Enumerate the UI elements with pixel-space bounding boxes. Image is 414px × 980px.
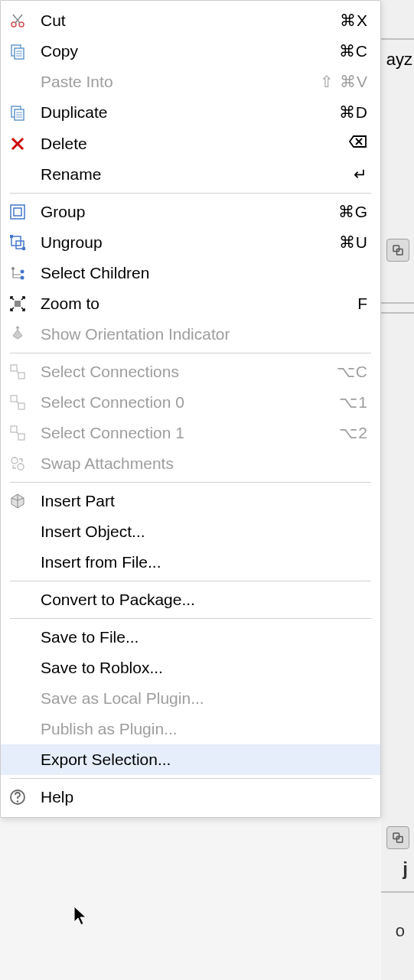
menu-label: Ungroup (37, 233, 339, 252)
menu-label: Delete (37, 135, 348, 153)
svg-rect-26 (10, 235, 13, 238)
menu-separator (10, 482, 371, 483)
svg-rect-22 (11, 205, 24, 219)
svg-line-40 (17, 432, 18, 434)
part-icon (8, 492, 37, 510)
connection-1-icon (8, 424, 37, 442)
menu-separator (10, 778, 371, 779)
menu-shortcut: F (357, 295, 368, 313)
menu-item-duplicate[interactable]: Duplicate ⌘D (1, 97, 380, 128)
svg-rect-33 (18, 373, 24, 379)
menu-label: Show Orientation Indicator (37, 325, 368, 343)
menu-label: Cut (37, 11, 340, 30)
menu-item-delete[interactable]: Delete (1, 128, 380, 159)
menu-label: Paste Into (37, 73, 320, 91)
menu-label: Copy (37, 42, 339, 60)
menu-item-select-connections: Select Connections ⌥C (1, 357, 380, 387)
menu-item-save-to-roblox[interactable]: Save to Roblox... (1, 653, 380, 683)
menu-label: Select Connections (37, 363, 337, 381)
menu-label: Insert Part (37, 492, 368, 510)
bg-text-fragment: o (396, 921, 405, 941)
menu-item-rename[interactable]: Rename ↵ (1, 159, 380, 190)
menu-label: Select Connection 0 (37, 393, 339, 412)
menu-label: Save to File... (37, 628, 368, 646)
menu-label: Export Selection... (37, 750, 368, 769)
menu-item-select-children[interactable]: Select Children (1, 258, 380, 288)
menu-separator (10, 618, 371, 619)
menu-shortcut: ⌥2 (339, 424, 368, 442)
menu-label: Zoom to (37, 295, 357, 313)
menu-shortcut: ⌘X (340, 11, 368, 30)
menu-shortcut: ⌘D (339, 103, 368, 122)
menu-item-select-connection-1: Select Connection 1 ⌥2 (1, 418, 380, 448)
menu-item-save-to-file[interactable]: Save to File... (1, 622, 380, 653)
menu-label: Save to Roblox... (37, 659, 368, 677)
bg-separator (381, 38, 414, 40)
svg-line-37 (17, 402, 18, 403)
svg-point-30 (21, 276, 24, 280)
menu-item-insert-part[interactable]: Insert Part (1, 486, 380, 516)
menu-label: Select Connection 1 (37, 424, 339, 442)
menu-shortcut: ⌥C (337, 363, 368, 381)
menu-item-select-connection-0: Select Connection 0 ⌥1 (1, 387, 380, 418)
svg-rect-32 (11, 365, 17, 371)
bg-panel-icon[interactable] (386, 826, 409, 849)
menu-item-zoom-to[interactable]: Zoom to F (1, 288, 380, 319)
menu-label: Group (37, 203, 338, 221)
group-icon (8, 203, 37, 221)
svg-point-42 (18, 464, 24, 470)
menu-shortcut: ⌘G (338, 203, 368, 221)
menu-item-ungroup[interactable]: Ungroup ⌘U (1, 227, 380, 258)
connection-0-icon (8, 393, 37, 412)
menu-separator (10, 353, 371, 353)
ungroup-icon (8, 233, 37, 252)
delete-icon (8, 135, 37, 153)
menu-item-insert-object[interactable]: Insert Object... (1, 516, 380, 547)
bg-text-fragment: j (403, 858, 408, 880)
svg-line-34 (17, 371, 18, 373)
menu-item-export-selection[interactable]: Export Selection... (1, 744, 380, 775)
menu-shortcut: ⌘C (339, 42, 368, 60)
menu-shortcut (348, 134, 368, 153)
svg-rect-36 (18, 403, 24, 409)
menu-item-help[interactable]: Help (1, 782, 380, 812)
menu-shortcut: ↵ (354, 165, 368, 184)
menu-item-save-as-local-plugin: Save as Local Plugin... (1, 683, 380, 714)
menu-item-cut[interactable]: Cut ⌘X (1, 5, 380, 36)
menu-item-publish-as-plugin: Publish as Plugin... (1, 714, 380, 744)
svg-rect-23 (14, 208, 21, 216)
swap-icon (8, 454, 37, 473)
orientation-icon (8, 325, 37, 343)
menu-shortcut: ⇧ ⌘V (320, 73, 368, 91)
bg-panel-icon[interactable] (386, 239, 409, 262)
help-icon (8, 788, 37, 806)
menu-label: Insert Object... (37, 523, 368, 541)
menu-label: Insert from File... (37, 553, 368, 571)
svg-rect-38 (11, 426, 17, 432)
menu-label: Help (37, 788, 368, 806)
menu-label: Rename (37, 165, 354, 184)
menu-item-show-orientation: Show Orientation Indicator (1, 319, 380, 350)
zoom-icon (8, 295, 37, 313)
bg-separator (381, 891, 414, 893)
svg-rect-27 (22, 247, 25, 250)
menu-item-convert-to-package[interactable]: Convert to Package... (1, 584, 380, 615)
menu-item-insert-from-file[interactable]: Insert from File... (1, 547, 380, 578)
duplicate-icon (8, 103, 37, 122)
menu-label: Convert to Package... (37, 591, 368, 609)
menu-item-group[interactable]: Group ⌘G (1, 197, 380, 227)
menu-item-paste-into: Paste Into ⇧ ⌘V (1, 67, 380, 97)
svg-point-44 (17, 800, 18, 802)
mouse-cursor-icon (73, 905, 90, 930)
cut-icon (8, 11, 37, 30)
context-menu: Cut ⌘X Copy ⌘C Paste Into ⇧ ⌘V Duplicate… (0, 0, 381, 818)
menu-label: Select Children (37, 264, 368, 282)
menu-item-copy[interactable]: Copy ⌘C (1, 36, 380, 67)
menu-shortcut: ⌥1 (339, 393, 368, 412)
svg-rect-35 (11, 396, 17, 402)
menu-label: Save as Local Plugin... (37, 689, 368, 708)
connections-icon (8, 363, 37, 381)
bg-separator (381, 312, 414, 314)
menu-label: Swap Attachments (37, 454, 368, 473)
svg-rect-31 (15, 301, 21, 307)
